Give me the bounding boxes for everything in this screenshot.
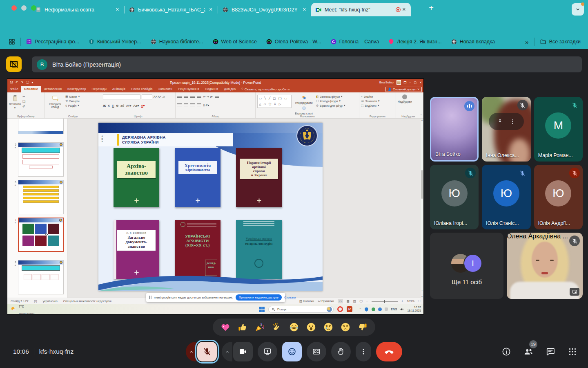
participant-tile[interactable]: Віта Бойко xyxy=(430,97,479,162)
shape-effects-icon: ◍ xyxy=(316,104,318,107)
participant-tile[interactable]: Олена Аркадіївна ... xyxy=(507,233,583,299)
face-cry-emoji[interactable] xyxy=(323,322,334,332)
face-joy-emoji[interactable] xyxy=(289,322,299,332)
tray-icon xyxy=(385,307,388,311)
globe-favicon-icon xyxy=(451,38,457,45)
bookmark-label: Київський Універ... xyxy=(97,39,141,45)
bookmark-label: Web of Science xyxy=(221,39,257,45)
camera-button[interactable] xyxy=(233,342,253,361)
share-message: meet.google.com надає доступ до зображен… xyxy=(154,296,233,299)
tile-hover-actions[interactable] xyxy=(489,113,524,130)
participant-name: Юлія Станіс... xyxy=(486,220,519,226)
all-bookmarks-button[interactable]: Все закладки xyxy=(540,38,581,45)
participant-tiles: Віта БойкоІнна Олекса...ММарія Роман...Ю… xyxy=(430,97,583,299)
slide-thumbnail: 6✶ xyxy=(7,180,67,214)
apps-grid-icon[interactable] xyxy=(8,38,16,45)
clapping-hands-emoji[interactable] xyxy=(272,322,282,332)
camera-options-chevron[interactable] xyxy=(222,342,232,361)
bookmark-item[interactable]: Реєстраційна фо... xyxy=(26,38,79,45)
participant-tile[interactable]: ЮЮлія Станіс... xyxy=(482,165,530,229)
book-title-plaque: Нариси історіїархівноїсправив Україні xyxy=(240,159,278,179)
title-box xyxy=(22,148,60,153)
captions-button[interactable] xyxy=(307,342,326,361)
participant-name: Віта Бойко xyxy=(435,151,461,157)
list-bar xyxy=(23,186,59,188)
bookmarks-overflow-icon[interactable]: » xyxy=(525,38,528,45)
tab-close-icon[interactable]: ✕ xyxy=(401,7,407,12)
meeting-details-button[interactable] xyxy=(501,347,511,357)
tab-close-icon[interactable]: ✕ xyxy=(208,7,214,12)
chat-button[interactable] xyxy=(546,347,555,357)
bookmark-label: Реєстраційна фо... xyxy=(35,39,79,45)
browser-tab[interactable]: Meet: "kfs-hxuq-fnz"✕ xyxy=(311,3,411,16)
more-vertical-icon[interactable] xyxy=(510,119,516,125)
participant-tile[interactable]: ММарія Роман... xyxy=(534,97,583,162)
book-title-line: Хрестоматія xyxy=(180,163,216,168)
slide-canvas-area: ∧≡∨ ДЕРЖАВНА АРХІВНАСЛУЖБА УКРАЇНИ Архів… xyxy=(67,119,421,298)
present-button[interactable] xyxy=(258,342,277,361)
bookmark-item[interactable]: Наукова бібліоте... xyxy=(150,38,203,45)
new-tab-button[interactable]: + xyxy=(426,3,436,13)
participant-tile[interactable]: ЮЮліана Ігорі... xyxy=(430,165,479,229)
browser-tab[interactable]: B823wJCn_DvoygU9tr3rD2Y✕ xyxy=(218,3,311,16)
participant-name: Юліана Ігорі... xyxy=(434,220,467,226)
mic-options-chevron[interactable] xyxy=(186,342,196,361)
more-participants-tile[interactable]: І Ще 11 осіб xyxy=(430,233,503,299)
more-participants-label: Ще 11 осіб xyxy=(430,278,503,285)
quick-styles-icon xyxy=(301,105,307,111)
chat-icon xyxy=(546,347,555,357)
pin-icon[interactable] xyxy=(497,119,503,125)
end-call-button[interactable] xyxy=(376,342,402,361)
tab-close-icon[interactable]: ✕ xyxy=(302,7,307,12)
sparkling-heart-emoji[interactable] xyxy=(220,322,231,332)
bookmark-item[interactable]: Новая вкладка xyxy=(451,38,495,45)
thumbnail-preview xyxy=(18,119,64,134)
thumbs-up-emoji[interactable] xyxy=(237,322,248,332)
bookmark-item[interactable]: Web of Science xyxy=(212,38,257,45)
face-open-mouth-emoji[interactable] xyxy=(306,322,316,332)
shape-outline-icon: ▢ xyxy=(316,99,318,103)
share-button: 👤Спільний доступ ˅ xyxy=(385,87,422,92)
slide-thumbnail: 7✶ xyxy=(7,218,67,252)
camera-icon xyxy=(238,347,247,356)
book-title: Українська архівнаенциклопедія xyxy=(236,237,282,246)
ribbon-tab-Рецензування: Рецензування xyxy=(175,86,202,92)
group-label: Редагування xyxy=(359,115,396,118)
mic-mute-button[interactable] xyxy=(197,342,217,361)
participant-tile[interactable]: Інна Олекса... xyxy=(482,97,530,162)
browser-tab[interactable]: Бичковська_Наталія_ІБАС_2✕ xyxy=(125,3,218,16)
close-window-button[interactable] xyxy=(11,5,17,11)
activities-button[interactable] xyxy=(568,347,577,357)
raise-hand-button[interactable] xyxy=(331,342,351,361)
bookmark-item[interactable]: Головна – Canva xyxy=(330,38,379,45)
mic-off-icon xyxy=(465,168,476,178)
party-popper-emoji[interactable] xyxy=(254,322,265,332)
book-title-plaque: С. Г. КУЛЕШОВЗагальнедокументо-знавство xyxy=(117,230,156,251)
tab-close-icon[interactable]: ✕ xyxy=(115,7,120,12)
case-icon: Aa▾ xyxy=(133,104,139,108)
thumbnail-number: 6✶ xyxy=(7,180,18,214)
section-icon: § xyxy=(65,104,67,107)
reactions-button[interactable] xyxy=(282,342,302,361)
picture-in-picture-icon[interactable] xyxy=(570,288,579,296)
pause-bars-icon xyxy=(149,296,151,299)
paste-icon xyxy=(11,94,19,102)
participant-tile[interactable]: ЮЮлія Андрії... xyxy=(534,165,583,229)
bookmark-item[interactable]: Olena Politova - W... xyxy=(266,38,321,45)
participants-button[interactable]: 19 xyxy=(523,347,533,357)
thumbs-down-emoji[interactable] xyxy=(357,322,368,332)
bookmark-label: Наукова бібліоте... xyxy=(159,39,203,45)
font-name-box xyxy=(103,94,140,99)
shapes-gallery: ▭ ╲ ╱ ▢ ◯ ▭△ ▱ ⬠ ⇩ ▷ xyxy=(257,95,292,108)
browser-tab[interactable]: Неформальна освіта✕ xyxy=(31,3,124,16)
minimize-window-button[interactable] xyxy=(21,5,27,11)
bookmark-item[interactable]: Лекція 2. Як визн... xyxy=(388,38,441,45)
list-bar xyxy=(23,189,59,192)
windows-taskbar: 7°CMostly sunny Пошук P ⌃ ENG 10:0719 xyxy=(7,304,423,314)
tab-search-button[interactable] xyxy=(572,3,584,16)
bookmark-item[interactable]: Київський Універ... xyxy=(88,38,141,45)
more-options-button[interactable] xyxy=(356,342,371,361)
ribbon-tab-Довідка: Довідка xyxy=(221,86,238,92)
face-think-emoji[interactable] xyxy=(340,322,351,332)
book-cover: Хрестоматіяз архівознавства xyxy=(175,148,220,207)
